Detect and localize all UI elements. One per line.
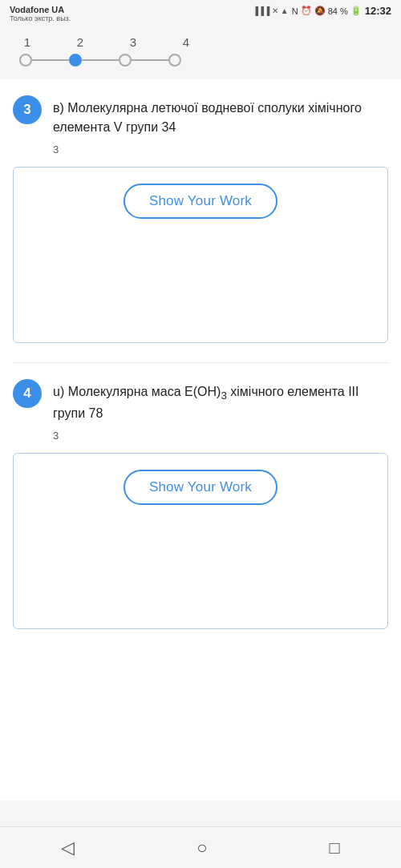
battery-level: 84 % xyxy=(328,6,348,16)
nfc-icon: N xyxy=(292,6,298,16)
question-badge-3: 3 xyxy=(13,95,42,124)
divider xyxy=(13,362,388,363)
stepper-numbers: 1 2 3 4 xyxy=(16,35,385,49)
show-work-button-4[interactable]: Show Your Work xyxy=(124,470,277,505)
stepper-track xyxy=(16,54,385,67)
step-label-2: 2 xyxy=(72,35,88,49)
operator-sub: Только экстр. выз. xyxy=(10,14,71,22)
step-line-1 xyxy=(32,59,69,61)
work-area-3: Show Your Work xyxy=(13,167,388,343)
home-button[interactable]: ○ xyxy=(180,831,223,865)
status-icons: N ⏰ 🔕 84 % 🔋 xyxy=(292,6,362,16)
step-label-4: 4 xyxy=(178,35,194,49)
question-header-3: 3 в) Молекулярна летючої водневої сполук… xyxy=(13,95,388,137)
step-label-3: 3 xyxy=(125,35,141,49)
operator-info: Vodafone UA Только экстр. выз. xyxy=(10,5,71,22)
question-text-4: u) Молекулярна маса E(OH)3 хімічного еле… xyxy=(53,379,388,423)
show-work-button-3[interactable]: Show Your Work xyxy=(124,184,277,219)
step-circle-1 xyxy=(19,54,32,67)
alarm-icon: ⏰ xyxy=(301,6,312,16)
question-points-4: 3 xyxy=(53,430,388,442)
status-bar: Vodafone UA Только экстр. выз. ▐▐▐ ✕ ▲ N… xyxy=(0,0,401,26)
step-label-1: 1 xyxy=(19,35,35,49)
step-circle-2 xyxy=(69,54,82,67)
question-block-3: 3 в) Молекулярна летючої водневої сполук… xyxy=(13,95,388,343)
step-circle-3 xyxy=(119,54,132,67)
question-points-3: 3 xyxy=(53,143,388,155)
battery-icon: 🔋 xyxy=(350,6,362,16)
operator-name: Vodafone UA xyxy=(10,5,71,14)
status-right: ▐▐▐ ✕ ▲ N ⏰ 🔕 84 % 🔋 12:32 xyxy=(253,5,391,17)
question-block-4: 4 u) Молекулярна маса E(OH)3 хімічного е… xyxy=(13,379,388,629)
signal-icon: ▐▐▐ ✕ ▲ xyxy=(253,6,289,15)
mute-icon: 🔕 xyxy=(314,6,326,16)
back-button[interactable]: ◁ xyxy=(45,831,91,865)
recent-button[interactable]: □ xyxy=(314,831,356,865)
step-line-2 xyxy=(82,59,119,61)
bottom-nav: ◁ ○ □ xyxy=(0,826,401,868)
step-line-3 xyxy=(132,59,168,61)
question-text-3: в) Молекулярна летючої водневої сполуки … xyxy=(53,95,388,137)
work-area-4: Show Your Work xyxy=(13,453,388,629)
question-header-4: 4 u) Молекулярна маса E(OH)3 хімічного е… xyxy=(13,379,388,423)
main-content: 3 в) Молекулярна летючої водневої сполук… xyxy=(0,79,401,801)
stepper: 1 2 3 4 xyxy=(0,26,401,79)
step-circle-4 xyxy=(168,54,181,67)
clock: 12:32 xyxy=(365,5,391,17)
question-badge-4: 4 xyxy=(13,379,42,408)
